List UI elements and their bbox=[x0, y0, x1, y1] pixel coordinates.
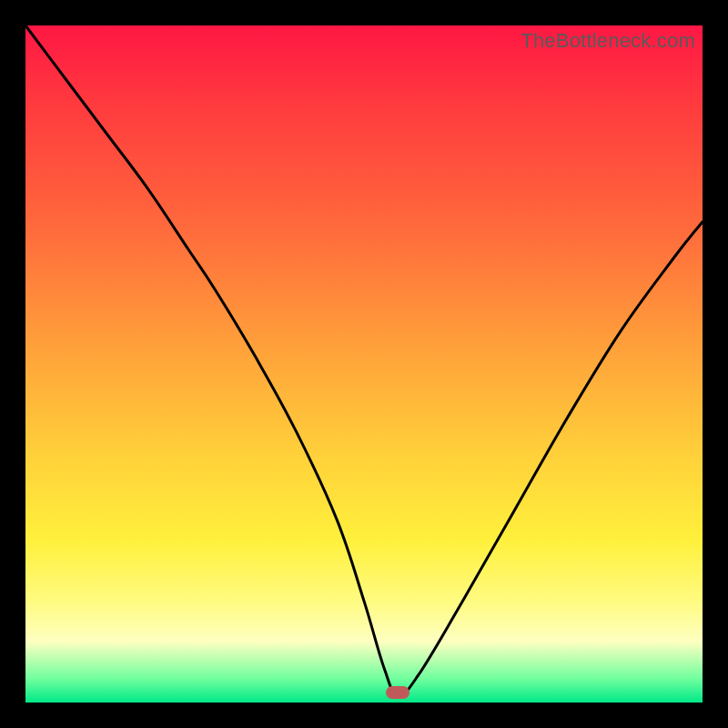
plot-area: TheBottleneck.com bbox=[25, 25, 703, 703]
curve-path bbox=[25, 25, 703, 696]
optimum-marker bbox=[386, 686, 410, 699]
bottleneck-curve bbox=[25, 25, 703, 703]
chart-frame: TheBottleneck.com bbox=[0, 0, 728, 728]
